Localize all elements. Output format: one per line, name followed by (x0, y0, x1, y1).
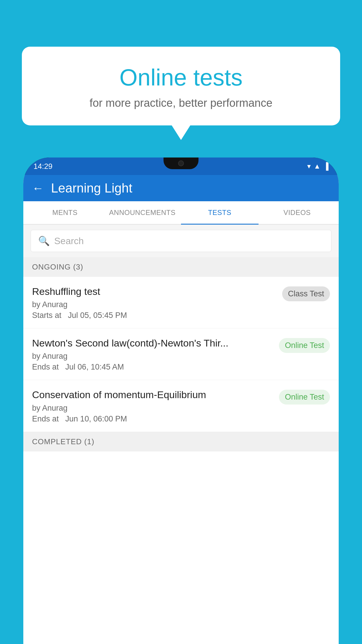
test-time-newtons: Ends at Jul 06, 10:45 AM (32, 363, 273, 372)
test-name-conservation: Conservation of momentum-Equilibrium (32, 388, 273, 401)
phone-screen: ← Learning Light MENTS ANNOUNCEMENTS TES… (23, 175, 339, 644)
tab-ments[interactable]: MENTS (26, 201, 104, 224)
tab-videos[interactable]: VIDEOS (259, 201, 336, 224)
search-input[interactable]: 🔍 Search (31, 230, 331, 252)
badge-class-test: Class Test (282, 286, 330, 301)
camera (178, 160, 184, 166)
bubble-title: Online tests (36, 64, 326, 91)
app-title: Learning Light (51, 181, 132, 195)
test-author-newtons: by Anurag (32, 352, 273, 361)
test-item-newtons[interactable]: Newton's Second law(contd)-Newton's Thir… (23, 328, 339, 380)
search-placeholder-text: Search (54, 236, 84, 246)
back-button[interactable]: ← (32, 182, 44, 195)
phone-frame: 14:29 ▾ ▲ ▐ ← Learning Light MENTS ANNOU… (23, 158, 339, 644)
notch (164, 158, 198, 169)
status-bar: 14:29 ▾ ▲ ▐ (23, 158, 339, 175)
status-icons: ▾ ▲ ▐ (307, 162, 328, 170)
badge-online-test-conservation: Online Test (279, 390, 330, 405)
test-time-reshuffling: Starts at Jul 05, 05:45 PM (32, 311, 276, 320)
test-item-content-newtons: Newton's Second law(contd)-Newton's Thir… (32, 337, 273, 372)
status-time: 14:29 (34, 162, 52, 171)
tab-tests[interactable]: TESTS (181, 201, 259, 224)
speech-bubble: Online tests for more practice, better p… (22, 47, 340, 125)
search-icon: 🔍 (38, 235, 50, 246)
search-bar-container: 🔍 Search (23, 225, 339, 257)
ongoing-section-header: ONGOING (3) (23, 257, 339, 277)
tab-announcements[interactable]: ANNOUNCEMENTS (104, 201, 181, 224)
test-name-newtons: Newton's Second law(contd)-Newton's Thir… (32, 337, 273, 349)
test-author-conservation: by Anurag (32, 404, 273, 413)
wifi-icon: ▾ (307, 162, 311, 170)
badge-online-test-newtons: Online Test (279, 338, 330, 353)
test-author-reshuffling: by Anurag (32, 300, 276, 309)
tabs-bar: MENTS ANNOUNCEMENTS TESTS VIDEOS (23, 201, 339, 225)
battery-icon: ▐ (324, 162, 328, 170)
completed-section-header: COMPLETED (1) (23, 432, 339, 452)
bubble-subtitle: for more practice, better performance (36, 97, 326, 109)
test-item-content: Reshuffling test by Anurag Starts at Jul… (32, 285, 276, 320)
test-item-content-conservation: Conservation of momentum-Equilibrium by … (32, 388, 273, 423)
test-time-conservation: Ends at Jun 10, 06:00 PM (32, 414, 273, 424)
test-item-reshuffling[interactable]: Reshuffling test by Anurag Starts at Jul… (23, 277, 339, 328)
test-name-reshuffling: Reshuffling test (32, 285, 276, 298)
app-header: ← Learning Light (23, 175, 339, 201)
signal-icon: ▲ (314, 162, 321, 170)
test-item-conservation[interactable]: Conservation of momentum-Equilibrium by … (23, 380, 339, 432)
